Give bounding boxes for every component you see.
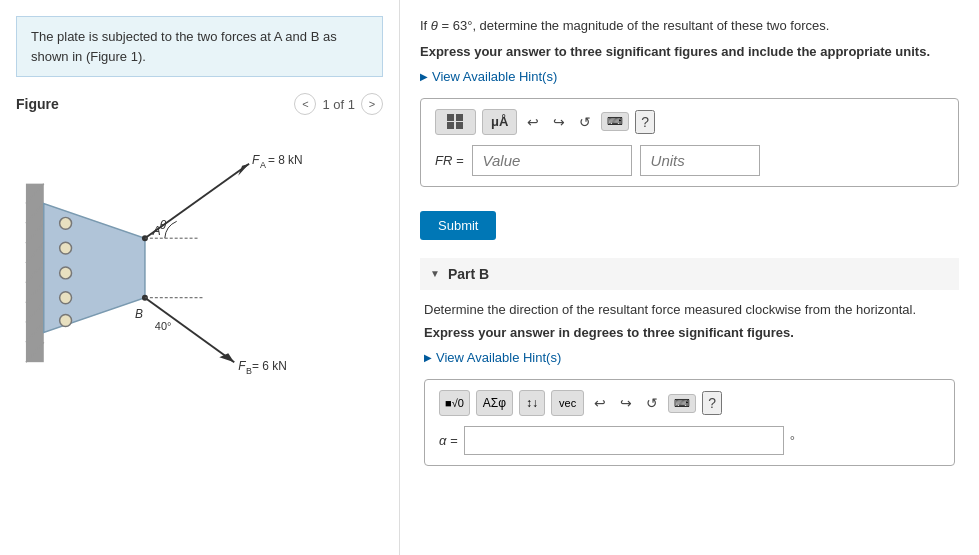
nav-count: 1 of 1 (322, 97, 355, 112)
main-layout: The plate is subjected to the two forces… (0, 0, 979, 555)
part-b-header[interactable]: Part B (420, 258, 959, 290)
value-input[interactable] (472, 145, 632, 176)
fa-subscript: A (260, 160, 266, 170)
bolt-2 (60, 242, 72, 254)
bolt-5 (60, 315, 72, 327)
answer-box-b: ■√0 ΑΣφ ↕↓ vec ↩ ↪ ↺ (424, 379, 955, 466)
fa-value: = 8 kN (268, 153, 303, 167)
hint-text-b: View Available Hint(s) (436, 350, 561, 365)
bolt-3 (60, 267, 72, 279)
part-a-intro: If θ = 63°, determine the magnitude of t… (420, 16, 959, 36)
submit-button[interactable]: Submit (420, 211, 496, 240)
hint-text-a: View Available Hint(s) (432, 69, 557, 84)
redo-b-button[interactable]: ↪ (616, 393, 636, 413)
matrix-icon (442, 111, 469, 132)
part-b-content: Determine the direction of the resultant… (420, 300, 959, 467)
alpha-input[interactable] (464, 426, 784, 455)
problem-text: The plate is subjected to the two forces… (31, 29, 337, 64)
nav-prev-button[interactable]: < (294, 93, 316, 115)
mu-button[interactable]: μÅ (482, 109, 517, 135)
figure-diagram: A B F A = 8 kN θ F B (16, 123, 383, 403)
figure-image: A B F A = 8 kN θ F B (16, 123, 383, 403)
figure-nav: < 1 of 1 > (294, 93, 383, 115)
keyboard-b-button[interactable]: ⌨ (668, 394, 696, 413)
figure-header: Figure < 1 of 1 > (16, 93, 383, 115)
toolbar-b: ■√0 ΑΣφ ↕↓ vec ↩ ↪ ↺ (439, 390, 940, 416)
bolt-4 (60, 292, 72, 304)
left-panel: The plate is subjected to the two forces… (0, 0, 400, 555)
undo-b-button[interactable]: ↩ (590, 393, 610, 413)
bolt-1 (60, 217, 72, 229)
problem-statement: The plate is subjected to the two forces… (16, 16, 383, 77)
figure-label: Figure (16, 96, 59, 112)
label-b: B (135, 307, 143, 321)
hint-link-b[interactable]: View Available Hint(s) (424, 350, 955, 365)
intro-pre: If θ = 63°, determine the magnitude of t… (420, 18, 829, 33)
help-button-a[interactable]: ? (635, 110, 655, 134)
fb-label: F (238, 359, 246, 373)
sigma-button[interactable]: ΑΣφ (476, 390, 513, 416)
part-b-line1: Determine the direction of the resultant… (424, 300, 955, 320)
hint-link-a[interactable]: View Available Hint(s) (420, 69, 959, 84)
part-b-label: Part B (448, 266, 489, 282)
part-b-section: Part B Determine the direction of the re… (420, 258, 959, 467)
units-input[interactable] (640, 145, 760, 176)
nav-next-button[interactable]: > (361, 93, 383, 115)
refresh-button[interactable]: ↺ (575, 112, 595, 132)
vec-button[interactable]: vec (551, 390, 584, 416)
refresh-b-button[interactable]: ↺ (642, 393, 662, 413)
toolbar-a: μÅ ↩ ↪ ↺ ⌨ ? (435, 109, 944, 135)
degree-symbol: ° (790, 433, 795, 448)
theta-label: θ (160, 218, 167, 232)
fa-label: F (252, 153, 260, 167)
redo-button[interactable]: ↪ (549, 112, 569, 132)
bold-instruction: Express your answer to three significant… (420, 44, 959, 59)
angle-40-label: 40° (155, 320, 171, 332)
sqrt-icon: ■√0 (445, 397, 464, 409)
fb-arrowhead (219, 353, 234, 362)
matrix-button[interactable] (435, 109, 476, 135)
part-b-line2: Express your answer in degrees to three … (424, 325, 955, 340)
sqrt-button[interactable]: ■√0 (439, 390, 470, 416)
keyboard-button[interactable]: ⌨ (601, 112, 629, 131)
undo-button[interactable]: ↩ (523, 112, 543, 132)
right-panel: If θ = 63°, determine the magnitude of t… (400, 0, 979, 555)
alpha-row: α = ° (439, 426, 940, 455)
alpha-label: α = (439, 433, 458, 448)
answer-box-a: μÅ ↩ ↪ ↺ ⌨ ? FR = (420, 98, 959, 187)
fr-label: FR = (435, 153, 464, 168)
help-b-button[interactable]: ? (702, 391, 722, 415)
input-row-a: FR = (435, 145, 944, 176)
updown-button[interactable]: ↕↓ (519, 390, 545, 416)
fb-value: = 6 kN (252, 359, 287, 373)
